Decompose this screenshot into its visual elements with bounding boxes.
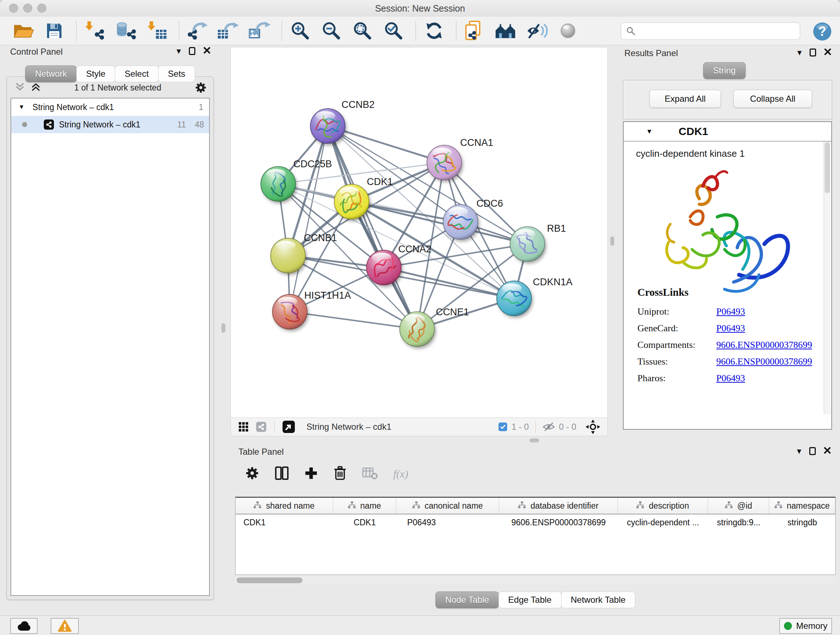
svg-text:?: ? <box>818 24 826 39</box>
panel-menu-icon[interactable]: ▾ <box>177 47 181 55</box>
add-column-icon[interactable] <box>304 466 318 481</box>
network-collection-row[interactable]: ▼ String Network – cdk1 1 <box>11 98 209 116</box>
string-home-icon[interactable] <box>495 20 516 42</box>
tab-node-table[interactable]: Node Table <box>436 592 499 608</box>
table-horizontal-scrollbar[interactable] <box>235 576 836 584</box>
collapse-all-networks-icon[interactable] <box>15 82 25 93</box>
grid-view-icon[interactable] <box>239 422 248 432</box>
hidden-eye-slash-icon[interactable] <box>542 422 555 432</box>
network-node-CCNA1[interactable]: CCNA1 <box>427 137 493 180</box>
network-node-CDKN1A[interactable]: CDKN1A <box>497 277 573 316</box>
table-row[interactable]: CDK1CDK1P064939606.ENSP00000378699cyclin… <box>235 515 835 530</box>
new-network-from-selection-icon[interactable] <box>464 20 485 42</box>
search-field[interactable] <box>621 22 800 40</box>
tab-sets[interactable]: Sets <box>158 65 195 82</box>
network-node-RB1[interactable]: RB1 <box>510 223 566 261</box>
collapse-all-button[interactable]: Collapse All <box>733 90 812 108</box>
network-edge[interactable] <box>384 268 514 298</box>
selected-checkbox-icon[interactable] <box>499 423 507 431</box>
column-header-sharedname[interactable]: shared name <box>235 498 333 514</box>
network-edge[interactable] <box>290 312 417 329</box>
warnings-button[interactable] <box>51 618 79 634</box>
export-table-icon[interactable] <box>218 20 240 42</box>
column-header-description[interactable]: description <box>618 498 708 514</box>
right-splitter-handle[interactable] <box>610 236 614 246</box>
column-header-namespace[interactable]: namespace <box>769 498 835 514</box>
refresh-view-icon[interactable] <box>423 20 445 42</box>
panel-menu-icon[interactable]: ▾ <box>797 48 802 57</box>
show-columns-icon[interactable] <box>275 466 289 482</box>
expand-all-button[interactable]: Expand All <box>649 90 721 108</box>
zoom-selected-icon[interactable] <box>383 20 404 42</box>
network-share-icon[interactable] <box>256 422 266 432</box>
float-panel-icon[interactable] <box>810 49 816 57</box>
results-scrollbar[interactable] <box>824 141 831 415</box>
hide-images-icon[interactable] <box>526 20 548 42</box>
gene-description: cyclin-dependent kinase 1 <box>636 148 745 159</box>
tab-string[interactable]: String <box>703 62 745 79</box>
table-settings-gear-icon[interactable] <box>245 466 259 482</box>
birds-eye-view-icon[interactable] <box>283 421 295 433</box>
inspector-ball-icon[interactable] <box>557 20 579 42</box>
float-panel-icon[interactable] <box>189 47 195 55</box>
cloud-button[interactable] <box>10 618 38 634</box>
network-selection-summary: 1 of 1 Network selected <box>41 83 195 93</box>
network-edge[interactable] <box>328 126 444 163</box>
float-panel-icon[interactable] <box>809 447 816 455</box>
results-actions-box: Expand All Collapse All <box>623 80 832 119</box>
network-canvas[interactable]: CCNB2 CCNA1 CDC25B CDK1 CDC6 RB1 CCNB1 C… <box>231 48 607 418</box>
delete-column-trash-icon[interactable] <box>333 466 347 482</box>
open-session-icon[interactable] <box>12 20 34 42</box>
scrollbar-thumb[interactable] <box>237 578 302 583</box>
save-session-icon[interactable] <box>43 20 65 42</box>
network-node-CCNB1[interactable]: CCNB1 <box>271 233 337 273</box>
crosslink-link[interactable]: 9606.ENSP00000378699 <box>716 356 812 367</box>
export-network-icon[interactable] <box>187 20 208 42</box>
column-type-icon <box>412 501 420 511</box>
crosslink-link[interactable]: 9606.ENSP00000378699 <box>716 340 812 350</box>
column-header-databaseidentifier[interactable]: database identifier <box>499 498 618 514</box>
zoom-in-icon[interactable] <box>289 20 311 42</box>
crosslink-link[interactable]: P06493 <box>716 373 745 384</box>
help-button[interactable]: ? <box>813 22 832 41</box>
node-label: HIST1H1A <box>304 290 351 301</box>
close-panel-icon[interactable] <box>203 47 210 55</box>
search-icon <box>626 27 636 36</box>
tab-network[interactable]: Network <box>25 65 77 82</box>
network-node-HIST1H1A[interactable]: HIST1H1A <box>272 290 351 329</box>
export-image-icon[interactable] <box>249 20 271 42</box>
panel-menu-icon[interactable]: ▾ <box>797 447 801 455</box>
toolbar-separator <box>179 21 180 41</box>
zoom-fit-icon[interactable] <box>352 20 373 42</box>
column-header-id[interactable]: @id <box>708 498 769 514</box>
column-header-name[interactable]: name <box>333 498 396 514</box>
close-panel-icon[interactable] <box>824 48 831 57</box>
network-status-dot-icon <box>22 122 27 127</box>
crosslink-link[interactable]: P06493 <box>716 306 745 317</box>
import-network-file-icon[interactable] <box>84 20 106 42</box>
node-section-header[interactable]: ▼ CDK1 <box>624 122 831 141</box>
import-network-database-icon[interactable] <box>115 20 137 42</box>
close-panel-icon[interactable] <box>824 447 831 455</box>
import-table-icon[interactable] <box>146 20 168 42</box>
network-view-footer: String Network – cdk1 1 - 0 0 - 0 <box>231 417 607 436</box>
pan-crosshair-icon[interactable] <box>586 420 600 434</box>
crosslinks-title: CrossLinks <box>638 287 812 298</box>
section-expand-icon[interactable]: ▼ <box>646 128 653 135</box>
search-input[interactable] <box>639 26 797 36</box>
network-view[interactable]: CCNB2 CCNA1 CDC25B CDK1 CDC6 RB1 CCNB1 C… <box>231 47 608 436</box>
network-row[interactable]: String Network – cdk1 11 48 <box>11 116 209 133</box>
crosslink-link[interactable]: P06493 <box>716 323 745 334</box>
column-header-canonicalname[interactable]: canonical name <box>396 498 499 514</box>
collection-expand-icon[interactable]: ▼ <box>19 103 25 111</box>
left-splitter-handle[interactable] <box>221 323 225 333</box>
tab-edge-table[interactable]: Edge Table <box>499 592 561 608</box>
zoom-out-icon[interactable] <box>321 20 342 42</box>
tab-network-table[interactable]: Network Table <box>561 592 636 608</box>
horizontal-splitter-handle[interactable] <box>530 439 539 442</box>
tab-style[interactable]: Style <box>76 65 115 82</box>
expand-all-networks-icon[interactable] <box>31 82 41 93</box>
tab-select[interactable]: Select <box>115 65 158 82</box>
network-options-gear-icon[interactable] <box>195 81 207 94</box>
memory-button[interactable]: Memory <box>779 618 832 634</box>
